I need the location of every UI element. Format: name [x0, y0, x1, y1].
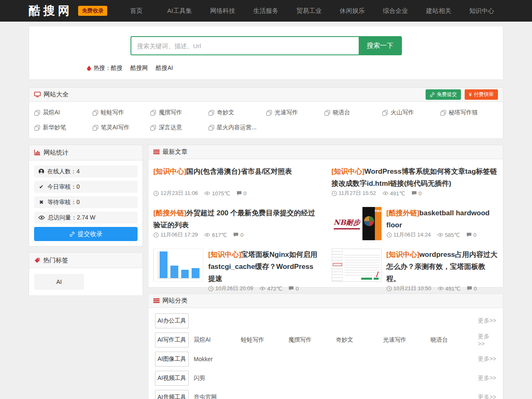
- link-icon: [69, 232, 75, 237]
- tag-ai[interactable]: AI: [34, 274, 84, 290]
- category-site-link[interactable]: 奇妙文: [336, 336, 383, 344]
- main-nav: 首页 AI工具集 网络科技 生活服务 贸易工业 休闲娱乐 综合企业 建站相关 知…: [115, 7, 503, 15]
- hot-link-kusou[interactable]: 酷搜: [111, 64, 123, 72]
- hot-link-kusouwang[interactable]: 酷搜网: [131, 64, 148, 72]
- basketball-graphic: [364, 216, 374, 226]
- copy-icon: [440, 110, 446, 116]
- site-item[interactable]: 笔灵AI写作: [92, 120, 150, 135]
- nav-item-entertainment[interactable]: 休闲娱乐: [330, 7, 374, 15]
- site-directory-section: 网站大全 免费提交 ¥ 付费快审 晨煊AI 蛙蛙写作 魔撰写作 奇妙文 光速写作: [29, 87, 503, 139]
- nav-item-enterprise[interactable]: 综合企业: [374, 7, 417, 15]
- article-meta: 11月06日 17:29 617℃ 0: [153, 231, 320, 239]
- article-item: [知识中心]wordpress占用内容过大怎么办？亲测有效，宝塔面板教程。 10…: [332, 243, 498, 285]
- category-row-ai-writing: AI写作工具 晨煊AI 蛙蛙写作 魔撰写作 奇妙文 光速写作 晓语台 更多>>: [155, 330, 496, 350]
- stat-reviewed-today: ✔ 今日审核：0: [34, 181, 138, 193]
- more-link[interactable]: 更多>>: [478, 355, 496, 363]
- chart-bar: [192, 268, 200, 278]
- comment-icon: [236, 191, 242, 196]
- nav-item-knowledge[interactable]: 知识中心: [460, 7, 503, 15]
- category-label[interactable]: AI写作工具: [155, 332, 189, 347]
- hot-link-kusouai[interactable]: 酷搜AI: [156, 64, 173, 72]
- articles-title: 最新文章: [163, 148, 187, 156]
- article-title-link[interactable]: [知识中心]宝塔面板Nginx如何启用fastcgi_cache缓存？WordP…: [208, 249, 320, 285]
- search-input[interactable]: [131, 36, 359, 55]
- nav-item-site-building[interactable]: 建站相关: [417, 7, 460, 15]
- nav-item-ai-tools[interactable]: AI工具集: [158, 7, 201, 15]
- stat-online-users: 在线人数：4: [34, 165, 138, 177]
- stat-total-visits: 总访问量：2.74 W: [34, 212, 138, 224]
- category-row-ai-audio: AI音频工具 音虫官网 更多>>: [155, 388, 496, 399]
- site-item[interactable]: 蛙蛙写作: [92, 105, 150, 120]
- category-label[interactable]: AI音频工具: [155, 390, 189, 399]
- category-label[interactable]: AI办公工具: [155, 313, 189, 328]
- copy-icon: [324, 110, 330, 116]
- nav-item-trade-industry[interactable]: 贸易工业: [288, 7, 331, 15]
- category-site-link[interactable]: 魔撰写作: [288, 336, 336, 344]
- category-site-link[interactable]: 音虫官网: [194, 394, 241, 399]
- eye-icon: [204, 233, 210, 237]
- comment-icon: [233, 232, 239, 237]
- nav-item-life-services[interactable]: 生活服务: [244, 7, 288, 15]
- site-item[interactable]: 奇妙文: [208, 105, 266, 120]
- category-label[interactable]: AI图像工具: [155, 352, 189, 367]
- nav-item-home[interactable]: 首页: [115, 7, 158, 15]
- eye-icon: [437, 233, 443, 237]
- free-submit-button[interactable]: 免费提交: [426, 89, 461, 100]
- more-link[interactable]: 更多>>: [478, 333, 496, 347]
- chart-bar: [160, 251, 167, 278]
- article-meta: 10月21日 10:50 491℃ 0: [387, 285, 498, 292]
- category-site-link[interactable]: 晨煊AI: [194, 336, 241, 344]
- list-icon: [153, 298, 160, 303]
- article-thumbnail-panel[interactable]: [332, 249, 382, 282]
- eye-icon: [259, 286, 266, 291]
- article-thumbnail-chart[interactable]: [153, 249, 203, 282]
- bar-chart-icon: [34, 150, 41, 155]
- copy-icon: [382, 110, 388, 116]
- hot-tags-panel: 热门标签 AI: [29, 252, 143, 296]
- stat-pending-review: ✖ 等待审核：0: [34, 196, 138, 208]
- category-site-link[interactable]: 晓语台: [431, 336, 478, 344]
- fire-icon: [86, 65, 91, 71]
- site-item[interactable]: 新华妙笔: [34, 120, 92, 135]
- submit-site-button[interactable]: 提交收录: [34, 227, 138, 241]
- site-item[interactable]: 晨煊AI: [34, 105, 92, 120]
- site-item[interactable]: 秘塔写作猫: [440, 105, 498, 120]
- more-link[interactable]: 更多>>: [478, 317, 496, 325]
- article-thumbnail-basketball[interactable]: NB耐步 FIBA: [332, 207, 382, 240]
- site-item[interactable]: 晓语台: [324, 105, 382, 120]
- category-site-link[interactable]: 蛙蛙写作: [241, 336, 288, 344]
- paid-review-button[interactable]: ¥ 付费快审: [465, 89, 498, 100]
- latest-articles-section: 最新文章 [知识中心]国内(包含港澳台)省市县/区对照表 12月23日 11:0…: [148, 145, 503, 288]
- article-meta: 10月26日 20:09 472℃ 0: [208, 285, 320, 292]
- site-item[interactable]: 深言达意: [150, 120, 208, 135]
- site-item[interactable]: 火山写作: [382, 105, 440, 120]
- comment-icon: [288, 286, 294, 291]
- yen-icon: ¥: [469, 92, 472, 98]
- copy-icon: [92, 110, 99, 116]
- nav-item-network-tech[interactable]: 网络科技: [201, 7, 244, 15]
- more-link[interactable]: 更多>>: [478, 394, 496, 399]
- eye-icon: [382, 191, 389, 195]
- search-button[interactable]: 搜索一下: [359, 36, 402, 55]
- more-link[interactable]: 更多>>: [478, 374, 496, 382]
- category-site-link[interactable]: 光速写作: [383, 336, 431, 344]
- free-submit-badge[interactable]: 免费收录: [78, 6, 107, 16]
- eye-icon: [438, 286, 444, 291]
- article-item: NB耐步 FIBA [酷搜外链]basketball hardwood floo…: [332, 202, 498, 243]
- category-row-ai-office: AI办公工具 更多>>: [155, 311, 496, 330]
- site-logo[interactable]: 酷搜网: [29, 3, 72, 19]
- site-item[interactable]: 光速写作: [266, 105, 324, 120]
- article-title-link[interactable]: [酷搜外链]basketball hardwood floor: [387, 207, 498, 231]
- article-title-link[interactable]: [知识中心]国内(包含港澳台)省市县/区对照表: [153, 165, 320, 177]
- article-title-link[interactable]: [知识中心]wordpress占用内容过大怎么办？亲测有效，宝塔面板教程。: [387, 249, 498, 285]
- category-label[interactable]: AI视频工具: [155, 371, 189, 386]
- category-site-link[interactable]: Mokker: [194, 356, 241, 362]
- copy-icon: [34, 125, 40, 131]
- chart-bar: [181, 270, 189, 278]
- article-title-link[interactable]: [酷搜外链]外贸超过 200 个最新免费目录提交的经过验证的列表: [153, 207, 320, 231]
- category-site-link[interactable]: 闪剪: [194, 374, 241, 382]
- site-item[interactable]: 魔撰写作: [150, 105, 208, 120]
- site-item[interactable]: 星火内容运营...: [208, 120, 266, 135]
- comment-icon: [466, 232, 472, 237]
- article-title-link[interactable]: [知识中心]WordPress博客系统如何将文章tag标签链接改成数字id.ht…: [332, 165, 498, 190]
